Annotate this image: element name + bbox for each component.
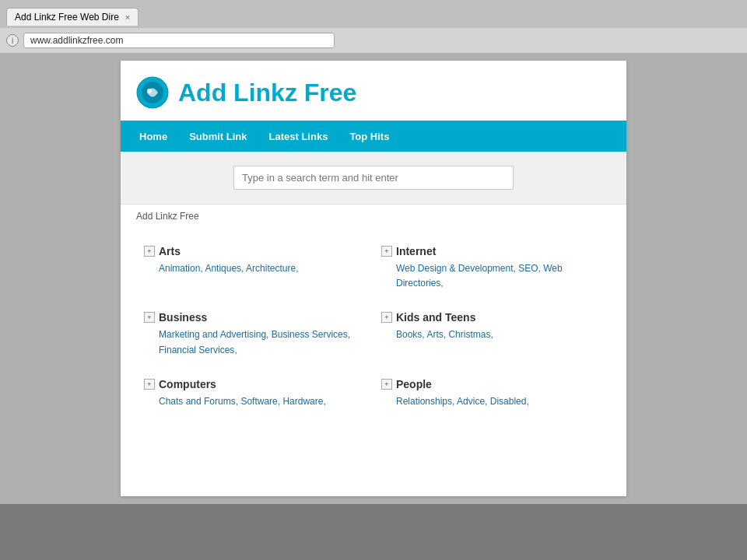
link-arts[interactable]: Arts xyxy=(426,329,443,340)
category-title-business: Business xyxy=(159,311,207,324)
expand-icon-people[interactable]: + xyxy=(381,379,392,390)
search-input[interactable] xyxy=(233,166,514,190)
search-area xyxy=(121,152,626,205)
site-title: Add Linkz Free xyxy=(178,79,356,107)
link-business-services[interactable]: Business Services xyxy=(272,329,348,340)
category-title-computers: Computers xyxy=(159,378,216,390)
link-relationships[interactable]: Relationships xyxy=(396,396,452,407)
expand-icon-business[interactable]: + xyxy=(144,312,155,323)
category-links-kids: Books, Arts, Christmas, xyxy=(381,327,603,342)
category-block-kids: + Kids and Teens Books, Arts, Christmas, xyxy=(374,302,611,368)
site-header: Add Linkz Free xyxy=(121,61,626,121)
svg-point-2 xyxy=(147,89,152,93)
expand-icon-computers[interactable]: + xyxy=(144,379,155,390)
info-icon: i xyxy=(6,34,19,47)
category-title-people: People xyxy=(396,378,432,390)
link-web-design[interactable]: Web Design & Development xyxy=(396,263,514,274)
link-advice[interactable]: Advice xyxy=(457,396,485,407)
category-title-internet: Internet xyxy=(396,245,436,257)
category-heading-internet: + Internet xyxy=(381,245,603,257)
nav-bar: Home Submit Link Latest Links Top Hits xyxy=(121,121,626,152)
nav-item-home[interactable]: Home xyxy=(128,123,178,150)
link-antiques[interactable]: Antiques xyxy=(205,263,241,274)
link-marketing[interactable]: Marketing and Advertising xyxy=(159,329,266,340)
browser-tab[interactable]: Add Linkz Free Web Dire × xyxy=(6,8,139,26)
link-disabled[interactable]: Disabled xyxy=(490,396,527,407)
link-hardware[interactable]: Hardware xyxy=(282,396,323,407)
category-title-arts: Arts xyxy=(159,245,181,257)
page-wrapper: Add Linkz Free Home Submit Link Latest L… xyxy=(0,53,747,504)
category-links-people: Relationships, Advice, Disabled, xyxy=(381,394,603,409)
expand-icon-internet[interactable]: + xyxy=(381,246,392,257)
category-heading-business: + Business xyxy=(144,311,366,324)
category-heading-computers: + Computers xyxy=(144,378,366,390)
link-architecture[interactable]: Architecture xyxy=(246,263,296,274)
category-block-business: + Business Marketing and Advertising, Bu… xyxy=(136,302,374,368)
category-block-internet: + Internet Web Design & Development, SEO… xyxy=(374,236,611,302)
link-software[interactable]: Software xyxy=(240,396,277,407)
link-christmas[interactable]: Christmas xyxy=(448,329,490,340)
breadcrumb: Add Linkz Free xyxy=(121,205,626,228)
nav-item-submit-link[interactable]: Submit Link xyxy=(178,123,258,150)
category-title-kids: Kids and Teens xyxy=(396,311,475,324)
address-bar[interactable]: www.addlinkzfree.com xyxy=(23,33,335,48)
tab-title: Add Linkz Free Web Dire xyxy=(15,12,119,23)
link-books[interactable]: Books xyxy=(396,329,422,340)
tab-bar: Add Linkz Free Web Dire × xyxy=(0,0,747,28)
nav-item-top-hits[interactable]: Top Hits xyxy=(338,123,400,150)
tab-close-button[interactable]: × xyxy=(125,12,130,22)
categories-grid: + Arts Animation, Antiques, Architecture… xyxy=(121,228,626,428)
nav-item-latest-links[interactable]: Latest Links xyxy=(258,123,339,150)
category-links-business: Marketing and Advertising, Business Serv… xyxy=(144,327,366,357)
link-chats-forums[interactable]: Chats and Forums xyxy=(159,396,236,407)
category-block-arts: + Arts Animation, Antiques, Architecture… xyxy=(136,236,374,302)
category-heading-arts: + Arts xyxy=(144,245,366,257)
link-seo[interactable]: SEO xyxy=(518,263,538,274)
category-links-internet: Web Design & Development, SEO, Web Direc… xyxy=(381,261,603,291)
expand-icon-kids[interactable]: + xyxy=(381,312,392,323)
site-logo xyxy=(136,76,169,109)
category-block-computers: + Computers Chats and Forums, Software, … xyxy=(136,369,374,420)
link-financial-services[interactable]: Financial Services xyxy=(159,345,234,355)
expand-icon-arts[interactable]: + xyxy=(144,246,155,257)
link-animation[interactable]: Animation xyxy=(159,263,200,274)
category-links-arts: Animation, Antiques, Architecture, xyxy=(144,261,366,276)
site-container: Add Linkz Free Home Submit Link Latest L… xyxy=(121,61,626,496)
category-block-people: + People Relationships, Advice, Disabled… xyxy=(374,369,611,420)
category-heading-kids: + Kids and Teens xyxy=(381,311,603,324)
address-bar-row: i www.addlinkzfree.com xyxy=(0,28,747,53)
category-links-computers: Chats and Forums, Software, Hardware, xyxy=(144,394,366,409)
category-heading-people: + People xyxy=(381,378,603,390)
browser-chrome: Add Linkz Free Web Dire × i www.addlinkz… xyxy=(0,0,747,53)
